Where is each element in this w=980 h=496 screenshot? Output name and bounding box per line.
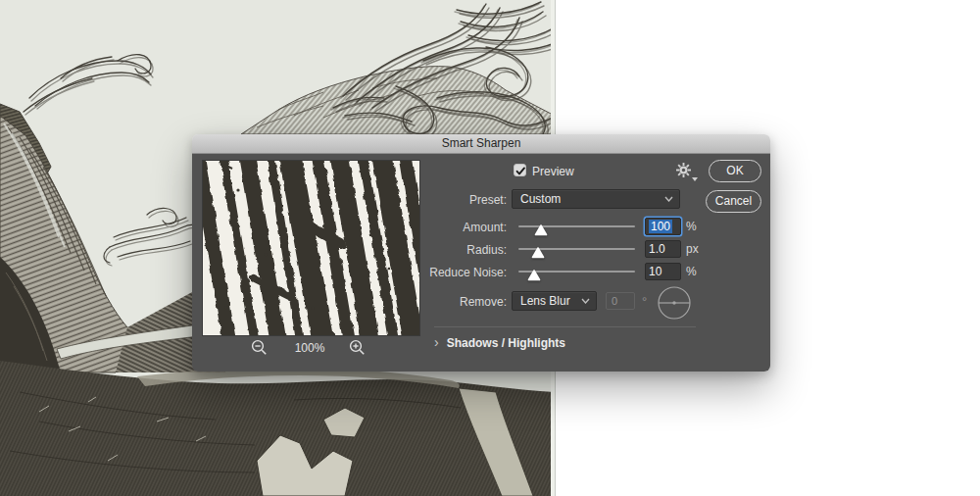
dialog-title: Smart Sharpen	[442, 136, 521, 150]
dialog-titlebar[interactable]: Smart Sharpen	[192, 134, 770, 154]
radius-value-field[interactable]: 1.0	[645, 240, 681, 258]
dialog-body: 100% Preview	[192, 154, 770, 372]
angle-degree-unit: °	[642, 294, 647, 309]
remove-label: Remove:	[414, 295, 507, 309]
reduce-noise-unit: %	[686, 265, 697, 278]
ok-button[interactable]: OK	[709, 160, 761, 182]
gear-icon[interactable]	[675, 162, 692, 178]
preview-checkbox[interactable]	[514, 164, 526, 176]
preset-label: Preset:	[414, 193, 507, 207]
zoom-in-icon[interactable]	[349, 339, 366, 356]
shadows-highlights-disclosure[interactable]: ›Shadows / Highlights	[434, 334, 565, 350]
photoshop-workspace: Smart Sharpen	[0, 0, 980, 496]
radius-slider-thumb[interactable]	[531, 247, 545, 259]
zoom-out-icon[interactable]	[251, 339, 268, 356]
amount-unit: %	[686, 220, 697, 233]
amount-slider-thumb[interactable]	[534, 224, 548, 236]
checkmark-icon	[514, 165, 527, 177]
amount-value-field[interactable]: 100	[645, 218, 681, 235]
chevron-right-icon: ›	[434, 334, 439, 350]
radius-label: Radius:	[414, 243, 507, 257]
chevron-down-icon	[664, 196, 673, 202]
gear-menu-caret-icon	[692, 177, 698, 181]
preview-thumbnail[interactable]	[202, 160, 420, 336]
radius-unit: px	[686, 242, 699, 256]
angle-dial	[657, 285, 692, 321]
chevron-down-icon	[581, 298, 590, 304]
reduce-noise-value-field[interactable]: 10	[645, 263, 681, 280]
reduce-noise-label: Reduce Noise:	[414, 266, 507, 279]
section-divider	[434, 326, 696, 327]
reduce-noise-value: 10	[649, 265, 662, 278]
reduce-noise-slider-thumb[interactable]	[527, 270, 541, 281]
smart-sharpen-dialog: Smart Sharpen	[192, 134, 770, 372]
remove-value: Lens Blur	[520, 294, 570, 308]
shadows-highlights-label: Shadows / Highlights	[447, 336, 565, 350]
preview-checkbox-label: Preview	[532, 165, 574, 178]
amount-label: Amount:	[414, 221, 507, 234]
preset-value: Custom	[520, 192, 561, 206]
preview-thumbnail-image	[203, 161, 419, 335]
preview-zoom-level: 100%	[284, 341, 335, 355]
radius-value: 1.0	[649, 242, 665, 256]
amount-value: 100	[649, 220, 672, 233]
angle-field-disabled: 0	[606, 292, 635, 310]
cancel-button[interactable]: Cancel	[706, 190, 761, 213]
remove-dropdown[interactable]: Lens Blur	[512, 291, 597, 311]
preset-dropdown[interactable]: Custom	[512, 189, 680, 209]
